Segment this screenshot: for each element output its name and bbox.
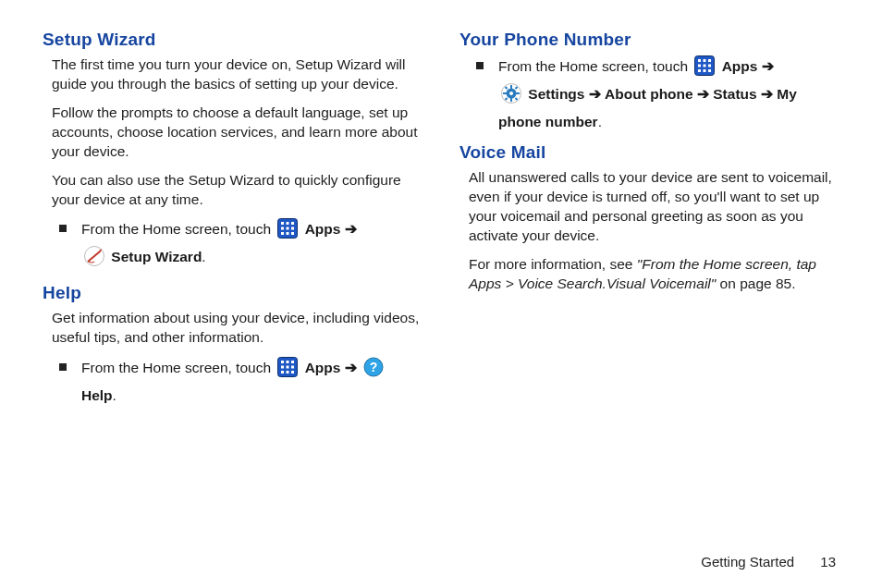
svg-text:?: ? <box>370 360 378 374</box>
settings-label: Settings <box>528 86 584 102</box>
heading-your-phone-number: Your Phone Number <box>459 30 839 50</box>
svg-rect-38 <box>510 98 512 102</box>
voice-mail-paragraph-1: All unanswered calls to your device are … <box>469 168 839 246</box>
svg-rect-39 <box>503 92 507 94</box>
heading-setup-wizard: Setup Wizard <box>43 30 423 50</box>
page-number: 13 <box>820 554 836 570</box>
svg-rect-26 <box>698 59 701 62</box>
phone-number-step-text: From the Home screen, touch Apps ➔ <box>498 55 839 133</box>
svg-rect-7 <box>281 232 284 235</box>
arrow-icon: ➔ <box>345 360 357 375</box>
left-column: Setup Wizard The first time you turn you… <box>43 30 423 554</box>
svg-rect-3 <box>291 222 294 225</box>
arrow-icon: ➔ <box>761 86 773 102</box>
svg-rect-37 <box>510 85 512 89</box>
vm-p2-suffix: on page 85. <box>716 276 795 291</box>
setup-wizard-label: Setup Wizard <box>111 249 202 264</box>
apps-label: Apps <box>722 58 758 74</box>
arrow-icon: ➔ <box>345 221 357 237</box>
svg-rect-15 <box>287 361 289 363</box>
apps-grid-icon <box>277 218 298 246</box>
period: . <box>202 249 205 264</box>
period: . <box>113 387 116 403</box>
status-label: Status <box>713 86 756 102</box>
svg-rect-32 <box>698 69 701 72</box>
square-bullet-icon <box>59 225 67 232</box>
svg-rect-14 <box>281 361 284 363</box>
right-column: Your Phone Number From the Home screen, … <box>459 30 839 554</box>
svg-rect-8 <box>287 232 289 235</box>
setup-wizard-paragraph-2: Follow the prompts to choose a default l… <box>52 104 423 162</box>
voice-mail-paragraph-2: For more information, see "From the Home… <box>469 255 839 294</box>
setup-wizard-step-text: From the Home screen, touch Apps ➔ <box>81 218 423 274</box>
phone-number-step: From the Home screen, touch Apps ➔ <box>476 55 839 133</box>
heading-help: Help <box>43 283 423 303</box>
help-label: Help <box>81 387 113 403</box>
setup-wizard-step: From the Home screen, touch Apps ➔ <box>59 218 423 274</box>
square-bullet-icon <box>476 62 484 69</box>
svg-rect-19 <box>291 365 294 368</box>
chapter-title: Getting Started <box>701 554 794 570</box>
square-bullet-icon <box>59 363 67 371</box>
apps-label: Apps <box>305 221 341 237</box>
svg-rect-20 <box>281 371 284 374</box>
help-step-text: From the Home screen, touch Apps ➔ <box>81 357 423 408</box>
svg-rect-16 <box>291 361 294 363</box>
two-column-layout: Setup Wizard The first time you turn you… <box>43 30 839 554</box>
heading-voice-mail: Voice Mail <box>459 142 839 163</box>
help-step: From the Home screen, touch Apps ➔ <box>59 357 423 408</box>
settings-gear-icon <box>501 83 521 111</box>
svg-rect-33 <box>704 69 706 72</box>
svg-rect-30 <box>704 65 706 67</box>
svg-rect-40 <box>516 92 520 94</box>
svg-rect-9 <box>291 232 294 235</box>
step-prefix: From the Home screen, touch <box>81 360 275 375</box>
arrow-icon: ➔ <box>762 58 774 74</box>
apps-grid-icon <box>277 357 298 385</box>
apps-grid-icon <box>694 55 715 83</box>
svg-rect-22 <box>291 371 294 374</box>
page: Setup Wizard The first time you turn you… <box>0 0 882 588</box>
svg-rect-29 <box>698 65 701 67</box>
vm-p2-prefix: For more information, see <box>469 256 637 272</box>
svg-rect-17 <box>281 365 284 368</box>
svg-rect-6 <box>291 227 294 230</box>
svg-rect-5 <box>287 227 289 230</box>
period: . <box>598 114 602 129</box>
page-footer: Getting Started 13 <box>43 554 839 570</box>
step-prefix: From the Home screen, touch <box>81 221 275 237</box>
about-phone-label: About phone <box>605 86 693 102</box>
svg-rect-27 <box>704 59 706 62</box>
arrow-icon: ➔ <box>697 86 709 102</box>
arrow-icon: ➔ <box>589 86 601 102</box>
apps-label: Apps <box>305 360 341 375</box>
help-paragraph-1: Get information about using your device,… <box>52 309 423 348</box>
svg-rect-28 <box>708 59 711 62</box>
svg-rect-21 <box>287 371 289 374</box>
setup-wizard-paragraph-3: You can also use the Setup Wizard to qui… <box>52 171 423 210</box>
step-prefix: From the Home screen, touch <box>498 58 692 74</box>
svg-point-45 <box>509 92 513 95</box>
svg-rect-1 <box>281 222 284 225</box>
svg-rect-2 <box>287 222 289 225</box>
svg-rect-18 <box>287 365 289 368</box>
help-question-icon: ? <box>363 357 384 385</box>
svg-rect-34 <box>708 69 711 72</box>
svg-rect-4 <box>281 227 284 230</box>
svg-rect-31 <box>708 65 711 67</box>
setup-wizard-paragraph-1: The first time you turn your device on, … <box>52 55 423 94</box>
setup-wizard-icon <box>84 246 104 274</box>
